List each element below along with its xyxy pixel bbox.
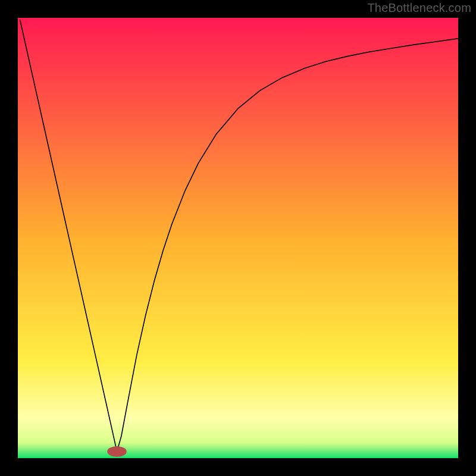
watermark-text: TheBottleneck.com [367, 1, 471, 15]
chart-svg [18, 18, 458, 458]
plot-area [18, 18, 458, 458]
chart-frame: TheBottleneck.com [0, 0, 476, 476]
minimum-marker [107, 446, 127, 457]
gradient-background [18, 18, 458, 458]
